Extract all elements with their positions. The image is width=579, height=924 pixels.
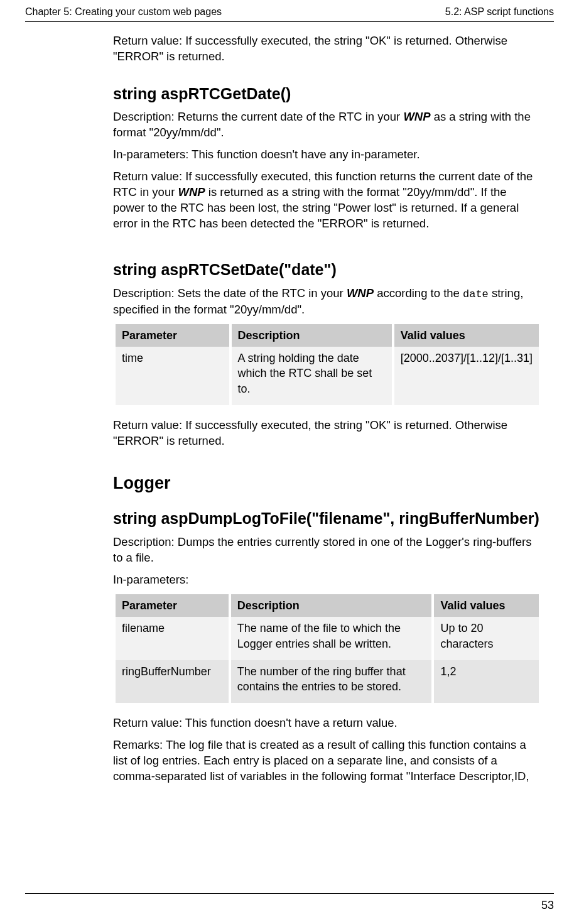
s1-description: Description: Returns the current date of… <box>113 109 541 141</box>
heading-aspRTCSetDate: string aspRTCSetDate("date") <box>113 259 541 281</box>
page-footer: 53 <box>25 893 554 913</box>
td-desc: The number of the ring buffer that conta… <box>231 660 432 704</box>
th-valid-values: Valid values <box>394 324 539 347</box>
td-param: filename <box>116 617 229 660</box>
s2-description: Description: Sets the date of the RTC in… <box>113 286 541 318</box>
s1-return: Return value: If successfully executed, … <box>113 169 541 232</box>
s3-description: Description: Dumps the entries currently… <box>113 535 541 566</box>
th-description: Description <box>231 594 432 617</box>
th-parameter: Parameter <box>116 324 229 347</box>
wnp-text: WNP <box>347 286 374 300</box>
td-param: ringBufferNumber <box>116 660 229 704</box>
heading-logger: Logger <box>113 472 541 494</box>
s1-inparams: In-parameters: This function doesn't hav… <box>113 147 541 163</box>
wnp-text: WNP <box>403 110 430 123</box>
s3-return: Return value: This function doesn't have… <box>113 715 541 731</box>
s3-remarks: Remarks: The log file that is created as… <box>113 737 541 785</box>
table-header-row: Parameter Description Valid values <box>116 594 539 617</box>
th-parameter: Parameter <box>116 594 229 617</box>
td-desc: The name of the file to which the Logger… <box>231 617 432 660</box>
td-param: time <box>116 347 229 405</box>
intro-return-value: Return value: If successfully executed, … <box>113 33 541 65</box>
s2-return: Return value: If successfully executed, … <box>113 418 541 449</box>
table-row: ringBufferNumber The number of the ring … <box>116 660 539 704</box>
table-row: time A string holding the date which the… <box>116 347 539 405</box>
page-number: 53 <box>541 899 554 911</box>
header-right: 5.2: ASP script functions <box>445 5 554 19</box>
td-valid: Up to 20 characters <box>434 617 539 660</box>
td-valid: [2000..2037]/[1..12]/[1..31] <box>394 347 539 405</box>
heading-aspRTCGetDate: string aspRTCGetDate() <box>113 84 541 105</box>
main-content: Return value: If successfully executed, … <box>113 33 541 785</box>
th-valid-values: Valid values <box>434 594 539 617</box>
code-date: date <box>463 288 489 300</box>
header-left: Chapter 5: Creating your custom web page… <box>25 5 222 19</box>
table-header-row: Parameter Description Valid values <box>116 324 539 347</box>
heading-aspDumpLogToFile: string aspDumpLogToFile("filename", ring… <box>113 508 541 530</box>
td-desc: A string holding the date which the RTC … <box>232 347 392 405</box>
s2-param-table: Parameter Description Valid values time … <box>113 324 541 405</box>
th-description: Description <box>232 324 392 347</box>
s3-param-table: Parameter Description Valid values filen… <box>113 594 541 703</box>
table-row: filename The name of the file to which t… <box>116 617 539 660</box>
td-valid: 1,2 <box>434 660 539 704</box>
page-header: Chapter 5: Creating your custom web page… <box>25 0 554 22</box>
s3-inparams: In-parameters: <box>113 572 541 588</box>
wnp-text: WNP <box>178 185 205 198</box>
